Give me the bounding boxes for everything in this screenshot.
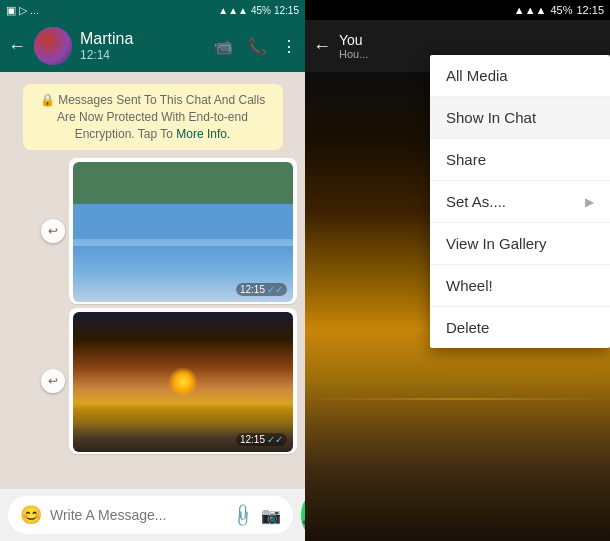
play-icon: ▷ — [19, 4, 27, 17]
all-media-label: All Media — [446, 67, 508, 84]
check-icon-2: ✓✓ — [267, 434, 283, 445]
forward-button-2[interactable]: ↩ — [41, 369, 65, 393]
message-image-harbor[interactable]: 12:15 ✓✓ — [73, 162, 293, 302]
message-input-box: 😊 📎 📷 — [8, 496, 293, 534]
menu-item-wheel[interactable]: Wheel! — [430, 265, 610, 307]
right-status-info: ▲▲▲ 45% 12:15 — [514, 4, 604, 16]
view-in-gallery-label: View In Gallery — [446, 235, 547, 252]
last-seen: 12:14 — [80, 48, 205, 62]
battery-left: 45% — [251, 5, 271, 16]
avatar-image — [34, 27, 72, 65]
show-in-chat-label: Show In Chat — [446, 109, 536, 126]
signal-icon-right: ▲▲▲ — [514, 4, 547, 16]
chat-body: 🔒 Messages Sent To This Chat And Calls A… — [0, 72, 305, 489]
message-image-sunset[interactable]: 12:15 ✓✓ — [73, 312, 293, 452]
harbor-image — [73, 162, 293, 302]
battery-right: 45% — [550, 4, 572, 16]
message-input[interactable] — [50, 507, 225, 523]
media-back-button[interactable]: ← — [313, 36, 331, 57]
chat-header: ← Martina 12:14 📹 📞 ⋮ — [0, 20, 305, 72]
right-status-icons: ▲▲▲ 45% 12:15 — [218, 5, 299, 16]
menu-item-show-in-chat[interactable]: Show In Chat — [430, 97, 610, 139]
more-info-link[interactable]: More Info. — [176, 127, 230, 141]
sim-icon: ▣ — [6, 4, 16, 17]
emoji-button[interactable]: 😊 — [20, 504, 42, 526]
contact-name: Martina — [80, 30, 205, 48]
camera-button[interactable]: 📷 — [261, 506, 281, 525]
signal-icon: ▲▲▲ — [218, 5, 248, 16]
video-call-icon[interactable]: 📹 — [213, 37, 233, 56]
menu-item-all-media[interactable]: All Media — [430, 55, 610, 97]
encryption-notice: 🔒 Messages Sent To This Chat And Calls A… — [23, 84, 283, 150]
media-title: You — [339, 32, 602, 48]
check-icon-1: ✓✓ — [267, 284, 283, 295]
time-right: 12:15 — [576, 4, 604, 16]
message-bubble-2: ↩ 12:15 ✓✓ — [69, 308, 297, 454]
lock-icon: 🔒 — [40, 93, 55, 107]
time-left: 12:15 — [274, 5, 299, 16]
header-icons: 📹 📞 ⋮ — [213, 37, 297, 56]
left-status-icons: ▣ ▷ ... — [6, 4, 39, 17]
attach-button[interactable]: 📎 — [229, 501, 257, 529]
message-bubble-1: ↩ 12:15 ✓✓ — [69, 158, 297, 304]
menu-item-share[interactable]: Share — [430, 139, 610, 181]
more-dots: ... — [30, 4, 39, 16]
back-button[interactable]: ← — [8, 36, 26, 57]
voice-call-icon[interactable]: 📞 — [247, 37, 267, 56]
menu-item-view-in-gallery[interactable]: View In Gallery — [430, 223, 610, 265]
chat-input-bar: 😊 📎 📷 🎤 — [0, 489, 305, 541]
menu-item-delete[interactable]: Delete — [430, 307, 610, 348]
status-bar-right: ▲▲▲ 45% 12:15 — [305, 0, 610, 20]
set-as-label: Set As.... — [446, 193, 506, 210]
contact-info: Martina 12:14 — [80, 30, 205, 62]
share-label: Share — [446, 151, 486, 168]
encryption-text: Messages Sent To This Chat And Calls Are… — [57, 93, 265, 141]
forward-button-1[interactable]: ↩ — [41, 219, 65, 243]
status-bar-left: ▣ ▷ ... ▲▲▲ 45% 12:15 — [0, 0, 305, 20]
wheel-label: Wheel! — [446, 277, 493, 294]
left-panel: ▣ ▷ ... ▲▲▲ 45% 12:15 ← Martina 12:14 📹 … — [0, 0, 305, 541]
avatar[interactable] — [34, 27, 72, 65]
delete-label: Delete — [446, 319, 489, 336]
more-options-icon[interactable]: ⋮ — [281, 37, 297, 56]
message-time-2: 12:15 ✓✓ — [236, 433, 287, 446]
menu-item-set-as[interactable]: Set As.... ▶ — [430, 181, 610, 223]
chevron-right-icon: ▶ — [585, 195, 594, 209]
right-panel: ▲▲▲ 45% 12:15 ← You Hou... All Media Sho… — [305, 0, 610, 541]
context-menu: All Media Show In Chat Share Set As.... … — [430, 55, 610, 348]
sunset-image — [73, 312, 293, 452]
message-time-1: 12:15 ✓✓ — [236, 283, 287, 296]
